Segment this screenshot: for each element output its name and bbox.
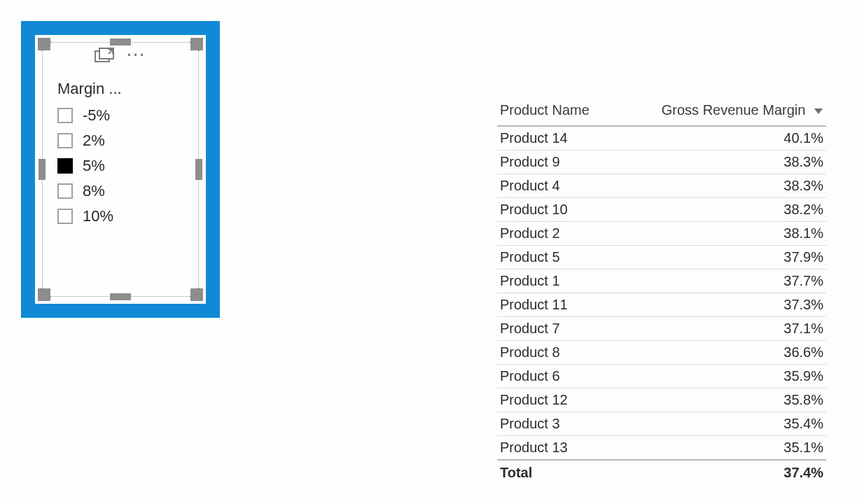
resize-handle-bottom-right[interactable] [190, 288, 203, 301]
cell-product-name: Product 2 [497, 222, 616, 246]
slicer-checkbox[interactable] [57, 209, 73, 224]
table-row[interactable]: Product 1137.3% [497, 293, 826, 317]
slicer-item-label: 8% [83, 182, 105, 200]
column-header-gross-revenue-margin[interactable]: Gross Revenue Margin [616, 98, 826, 126]
slicer-item-label: 2% [83, 132, 105, 150]
cell-gross-revenue-margin: 37.1% [616, 317, 826, 341]
slicer-item[interactable]: 10% [57, 207, 113, 225]
cell-gross-revenue-margin: 37.3% [616, 293, 826, 317]
slicer-checkbox[interactable] [57, 108, 73, 123]
cell-product-name: Product 14 [497, 126, 616, 150]
slicer-item[interactable]: -5% [57, 106, 113, 125]
cell-gross-revenue-margin: 35.8% [616, 388, 826, 412]
table-row[interactable]: Product 1235.8% [497, 388, 826, 412]
cell-gross-revenue-margin: 40.1% [616, 126, 826, 150]
resize-handle-right[interactable] [195, 159, 202, 180]
resize-handle-bottom-left[interactable] [38, 288, 50, 301]
slicer-checkbox[interactable] [57, 133, 73, 148]
cell-gross-revenue-margin: 38.1% [616, 222, 826, 246]
cell-gross-revenue-margin: 38.3% [616, 174, 826, 198]
slicer-item[interactable]: 2% [57, 132, 113, 150]
table-row[interactable]: Product 1440.1% [497, 126, 826, 150]
cell-gross-revenue-margin: 35.9% [616, 365, 826, 388]
cell-product-name: Product 3 [497, 412, 616, 436]
table-row[interactable]: Product 737.1% [497, 317, 826, 341]
cell-product-name: Product 1 [497, 270, 616, 293]
cell-product-name: Product 6 [497, 365, 616, 388]
slicer-item-label: 10% [83, 207, 113, 225]
revenue-margin-table: Product Name Gross Revenue Margin Produc… [497, 98, 826, 484]
cell-gross-revenue-margin: 38.2% [616, 198, 826, 222]
slicer-visual-selected[interactable]: ··· Margin ... -5%2%5%8%10% [21, 21, 220, 318]
table-row[interactable]: Product 635.9% [497, 365, 826, 388]
slicer-checkbox[interactable] [57, 158, 73, 174]
cell-product-name: Product 5 [497, 246, 616, 270]
slicer-item-label: 5% [83, 157, 105, 175]
svg-marker-3 [814, 108, 823, 114]
table-row[interactable]: Product 938.3% [497, 150, 826, 174]
table-total-row: Total37.4% [497, 460, 826, 484]
table-row[interactable]: Product 537.9% [497, 246, 826, 270]
cell-product-name: Product 10 [497, 198, 616, 222]
sort-desc-icon [814, 102, 823, 118]
table-row[interactable]: Product 438.3% [497, 174, 826, 198]
cell-gross-revenue-margin: 38.3% [616, 150, 826, 174]
column-header-label: Gross Revenue Margin [662, 102, 806, 118]
table-row[interactable]: Product 238.1% [497, 222, 826, 246]
slicer-item-label: -5% [83, 106, 110, 125]
table-row[interactable]: Product 836.6% [497, 341, 826, 365]
cell-gross-revenue-margin: 37.9% [616, 246, 826, 270]
cell-product-name: Product 4 [497, 174, 616, 198]
resize-handle-left[interactable] [39, 159, 46, 180]
slicer-title: Margin ... [57, 80, 122, 98]
cell-product-name: Product 8 [497, 341, 616, 365]
column-header-label: Product Name [500, 102, 590, 118]
table-row[interactable]: Product 1335.1% [497, 436, 826, 461]
cell-product-name: Product 9 [497, 150, 616, 174]
cell-gross-revenue-margin: 35.1% [616, 436, 826, 461]
resize-handle-bottom[interactable] [110, 293, 131, 300]
more-options-icon[interactable]: ··· [127, 48, 146, 63]
slicer-canvas: ··· Margin ... -5%2%5%8%10% [35, 35, 206, 304]
cell-gross-revenue-margin: 35.4% [616, 412, 826, 436]
cell-product-name: Product 11 [497, 293, 616, 317]
table-row[interactable]: Product 1038.2% [497, 198, 826, 222]
slicer-item[interactable]: 8% [57, 182, 113, 200]
slicer-checkbox[interactable] [57, 183, 73, 199]
revenue-margin-table-visual[interactable]: Product Name Gross Revenue Margin Produc… [497, 98, 826, 484]
cell-product-name: Product 12 [497, 388, 616, 412]
table-row[interactable]: Product 335.4% [497, 412, 826, 436]
table-header-row: Product Name Gross Revenue Margin [497, 98, 826, 126]
cell-product-name: Product 7 [497, 317, 616, 341]
cell-gross-revenue-margin: 37.7% [616, 270, 826, 293]
slicer-header: ··· [35, 43, 206, 67]
table-row[interactable]: Product 137.7% [497, 270, 826, 293]
column-header-product-name[interactable]: Product Name [497, 98, 616, 126]
cell-gross-revenue-margin: 36.6% [616, 341, 826, 365]
total-value: 37.4% [616, 460, 826, 484]
total-label: Total [497, 460, 616, 484]
cell-product-name: Product 13 [497, 436, 616, 461]
slicer-item[interactable]: 5% [57, 157, 113, 175]
slicer-item-list: -5%2%5%8%10% [57, 106, 113, 225]
focus-mode-icon[interactable] [95, 48, 114, 63]
